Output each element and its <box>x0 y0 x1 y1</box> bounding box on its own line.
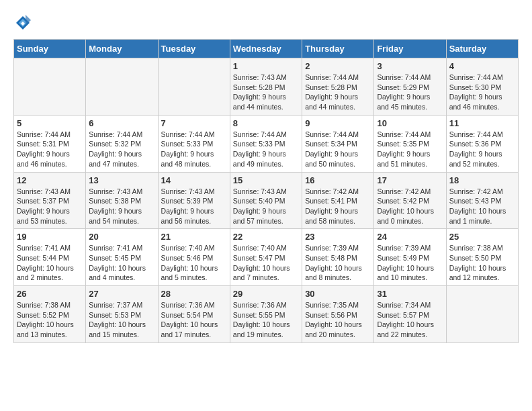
calendar-cell: 24Sunrise: 7:39 AM Sunset: 5:49 PM Dayli… <box>374 229 446 286</box>
calendar-cell: 7Sunrise: 7:44 AM Sunset: 5:33 PM Daylig… <box>158 115 230 172</box>
calendar-cell: 23Sunrise: 7:39 AM Sunset: 5:48 PM Dayli… <box>302 229 374 286</box>
calendar-cell: 3Sunrise: 7:44 AM Sunset: 5:29 PM Daylig… <box>374 58 446 116</box>
page-header <box>13 13 519 32</box>
calendar-cell: 31Sunrise: 7:34 AM Sunset: 5:57 PM Dayli… <box>374 286 446 343</box>
day-number: 30 <box>305 289 371 299</box>
calendar-cell: 1Sunrise: 7:43 AM Sunset: 5:28 PM Daylig… <box>230 58 302 116</box>
calendar-cell: 13Sunrise: 7:43 AM Sunset: 5:38 PM Dayli… <box>86 172 158 229</box>
day-number: 10 <box>377 118 443 128</box>
calendar-cell: 11Sunrise: 7:44 AM Sunset: 5:36 PM Dayli… <box>446 115 518 172</box>
day-number: 13 <box>89 175 154 185</box>
calendar-cell: 17Sunrise: 7:42 AM Sunset: 5:42 PM Dayli… <box>374 172 446 229</box>
calendar-cell: 19Sunrise: 7:41 AM Sunset: 5:44 PM Dayli… <box>14 229 86 286</box>
calendar-week-1: 1Sunrise: 7:43 AM Sunset: 5:28 PM Daylig… <box>14 58 519 116</box>
day-number: 21 <box>161 232 227 242</box>
calendar-cell: 27Sunrise: 7:37 AM Sunset: 5:53 PM Dayli… <box>86 286 158 343</box>
day-info: Sunrise: 7:41 AM Sunset: 5:45 PM Dayligh… <box>89 243 154 283</box>
day-info: Sunrise: 7:44 AM Sunset: 5:32 PM Dayligh… <box>89 130 154 169</box>
day-number: 26 <box>17 289 83 299</box>
day-info: Sunrise: 7:42 AM Sunset: 5:42 PM Dayligh… <box>377 187 443 226</box>
calendar-cell: 15Sunrise: 7:43 AM Sunset: 5:40 PM Dayli… <box>230 172 302 229</box>
day-info: Sunrise: 7:39 AM Sunset: 5:49 PM Dayligh… <box>377 243 443 283</box>
day-info: Sunrise: 7:42 AM Sunset: 5:41 PM Dayligh… <box>305 187 371 226</box>
day-info: Sunrise: 7:44 AM Sunset: 5:36 PM Dayligh… <box>449 130 515 169</box>
calendar-week-5: 26Sunrise: 7:38 AM Sunset: 5:52 PM Dayli… <box>14 286 519 343</box>
day-number: 9 <box>305 118 371 128</box>
calendar-cell: 28Sunrise: 7:36 AM Sunset: 5:54 PM Dayli… <box>158 286 230 343</box>
calendar-cell: 2Sunrise: 7:44 AM Sunset: 5:28 PM Daylig… <box>302 58 374 116</box>
day-number: 24 <box>377 232 443 242</box>
day-number: 27 <box>89 289 154 299</box>
column-header-wednesday: Wednesday <box>230 40 302 58</box>
day-info: Sunrise: 7:43 AM Sunset: 5:39 PM Dayligh… <box>161 187 227 226</box>
day-number: 15 <box>233 175 299 185</box>
logo <box>13 13 35 32</box>
calendar-cell: 12Sunrise: 7:43 AM Sunset: 5:37 PM Dayli… <box>14 172 86 229</box>
day-number: 12 <box>17 175 83 185</box>
day-info: Sunrise: 7:40 AM Sunset: 5:46 PM Dayligh… <box>161 243 227 283</box>
column-header-thursday: Thursday <box>302 40 374 58</box>
calendar-cell <box>446 286 518 343</box>
day-info: Sunrise: 7:44 AM Sunset: 5:31 PM Dayligh… <box>17 130 83 169</box>
calendar-cell: 20Sunrise: 7:41 AM Sunset: 5:45 PM Dayli… <box>86 229 158 286</box>
day-number: 29 <box>233 289 299 299</box>
day-info: Sunrise: 7:40 AM Sunset: 5:47 PM Dayligh… <box>233 243 299 283</box>
column-header-friday: Friday <box>374 40 446 58</box>
day-info: Sunrise: 7:43 AM Sunset: 5:37 PM Dayligh… <box>17 187 83 226</box>
calendar-cell: 16Sunrise: 7:42 AM Sunset: 5:41 PM Dayli… <box>302 172 374 229</box>
day-info: Sunrise: 7:37 AM Sunset: 5:53 PM Dayligh… <box>89 300 154 340</box>
day-info: Sunrise: 7:39 AM Sunset: 5:48 PM Dayligh… <box>305 243 371 283</box>
calendar-cell: 25Sunrise: 7:38 AM Sunset: 5:50 PM Dayli… <box>446 229 518 286</box>
column-header-monday: Monday <box>86 40 158 58</box>
day-number: 17 <box>377 175 443 185</box>
calendar-cell: 30Sunrise: 7:35 AM Sunset: 5:56 PM Dayli… <box>302 286 374 343</box>
day-info: Sunrise: 7:44 AM Sunset: 5:35 PM Dayligh… <box>377 130 443 169</box>
day-number: 25 <box>449 232 515 242</box>
day-number: 1 <box>233 61 299 71</box>
day-info: Sunrise: 7:44 AM Sunset: 5:29 PM Dayligh… <box>377 73 443 112</box>
calendar-cell: 18Sunrise: 7:42 AM Sunset: 5:43 PM Dayli… <box>446 172 518 229</box>
calendar-cell <box>14 58 86 116</box>
day-number: 14 <box>161 175 227 185</box>
day-number: 6 <box>89 118 154 128</box>
day-info: Sunrise: 7:34 AM Sunset: 5:57 PM Dayligh… <box>377 300 443 340</box>
column-header-tuesday: Tuesday <box>158 40 230 58</box>
day-number: 4 <box>449 61 515 71</box>
day-number: 7 <box>161 118 227 128</box>
day-info: Sunrise: 7:35 AM Sunset: 5:56 PM Dayligh… <box>305 300 371 340</box>
calendar-week-3: 12Sunrise: 7:43 AM Sunset: 5:37 PM Dayli… <box>14 172 519 229</box>
logo-icon <box>13 13 32 32</box>
day-number: 8 <box>233 118 299 128</box>
day-info: Sunrise: 7:36 AM Sunset: 5:54 PM Dayligh… <box>161 300 227 340</box>
day-number: 16 <box>305 175 371 185</box>
day-info: Sunrise: 7:38 AM Sunset: 5:50 PM Dayligh… <box>449 243 515 283</box>
day-info: Sunrise: 7:44 AM Sunset: 5:33 PM Dayligh… <box>233 130 299 169</box>
day-number: 22 <box>233 232 299 242</box>
column-header-sunday: Sunday <box>14 40 86 58</box>
day-number: 28 <box>161 289 227 299</box>
calendar-cell: 29Sunrise: 7:36 AM Sunset: 5:55 PM Dayli… <box>230 286 302 343</box>
calendar-cell: 9Sunrise: 7:44 AM Sunset: 5:34 PM Daylig… <box>302 115 374 172</box>
calendar-cell <box>86 58 158 116</box>
calendar-cell: 8Sunrise: 7:44 AM Sunset: 5:33 PM Daylig… <box>230 115 302 172</box>
day-info: Sunrise: 7:43 AM Sunset: 5:40 PM Dayligh… <box>233 187 299 226</box>
day-info: Sunrise: 7:44 AM Sunset: 5:28 PM Dayligh… <box>305 73 371 112</box>
day-info: Sunrise: 7:44 AM Sunset: 5:33 PM Dayligh… <box>161 130 227 169</box>
calendar-cell: 5Sunrise: 7:44 AM Sunset: 5:31 PM Daylig… <box>14 115 86 172</box>
day-info: Sunrise: 7:38 AM Sunset: 5:52 PM Dayligh… <box>17 300 83 340</box>
calendar-cell: 21Sunrise: 7:40 AM Sunset: 5:46 PM Dayli… <box>158 229 230 286</box>
day-number: 31 <box>377 289 443 299</box>
day-number: 2 <box>305 61 371 71</box>
day-info: Sunrise: 7:43 AM Sunset: 5:28 PM Dayligh… <box>233 73 299 112</box>
day-number: 23 <box>305 232 371 242</box>
day-number: 3 <box>377 61 443 71</box>
calendar-table: SundayMondayTuesdayWednesdayThursdayFrid… <box>13 39 519 343</box>
calendar-cell: 22Sunrise: 7:40 AM Sunset: 5:47 PM Dayli… <box>230 229 302 286</box>
calendar-cell: 14Sunrise: 7:43 AM Sunset: 5:39 PM Dayli… <box>158 172 230 229</box>
day-info: Sunrise: 7:42 AM Sunset: 5:43 PM Dayligh… <box>449 187 515 226</box>
day-info: Sunrise: 7:36 AM Sunset: 5:55 PM Dayligh… <box>233 300 299 340</box>
calendar-cell <box>158 58 230 116</box>
day-number: 11 <box>449 118 515 128</box>
day-info: Sunrise: 7:43 AM Sunset: 5:38 PM Dayligh… <box>89 187 154 226</box>
calendar-cell: 4Sunrise: 7:44 AM Sunset: 5:30 PM Daylig… <box>446 58 518 116</box>
